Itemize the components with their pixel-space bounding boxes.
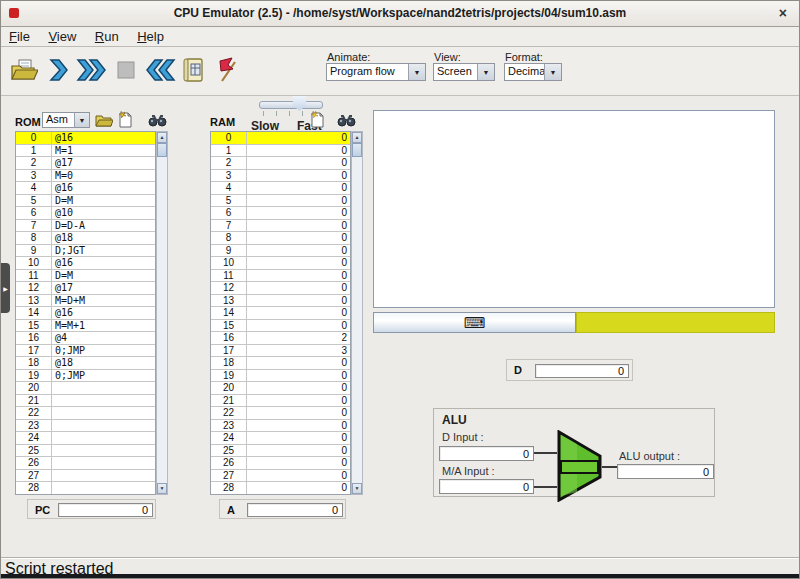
rom-address-cell[interactable]: 10 — [16, 257, 52, 269]
rom-address-cell[interactable]: 28 — [16, 482, 52, 494]
rom-address-cell[interactable]: 16 — [16, 332, 52, 344]
single-step-button[interactable] — [41, 51, 75, 89]
ram-row[interactable]: 260 — [211, 457, 350, 470]
rom-address-cell[interactable]: 13 — [16, 295, 52, 307]
rom-value-cell[interactable]: M=0 — [52, 170, 155, 182]
rom-address-cell[interactable]: 9 — [16, 245, 52, 257]
reset-button[interactable] — [143, 51, 177, 89]
rom-value-cell[interactable]: D=D-A — [52, 220, 155, 232]
animate-dropdown-arrow-icon[interactable]: ▼ — [408, 64, 425, 80]
ram-address-cell[interactable]: 10 — [211, 257, 247, 269]
run-button[interactable] — [75, 51, 109, 89]
rom-address-cell[interactable]: 19 — [16, 370, 52, 382]
ram-row[interactable]: 80 — [211, 232, 350, 245]
ram-value-cell[interactable]: 2 — [247, 332, 350, 344]
ram-value-cell[interactable]: 0 — [247, 182, 350, 194]
rom-address-cell[interactable]: 2 — [16, 157, 52, 169]
rom-row[interactable]: 7D=D-A — [16, 220, 155, 233]
d-register-value-field[interactable]: 0 — [535, 364, 629, 378]
menu-help[interactable]: Help — [137, 29, 164, 44]
rom-row[interactable]: 3M=0 — [16, 170, 155, 183]
rom-address-cell[interactable]: 15 — [16, 320, 52, 332]
ram-address-cell[interactable]: 15 — [211, 320, 247, 332]
ram-value-cell[interactable]: 0 — [247, 195, 350, 207]
rom-row[interactable]: 9D;JGT — [16, 245, 155, 258]
keyboard-button[interactable]: ⌨ — [373, 312, 576, 333]
ram-row[interactable]: 120 — [211, 282, 350, 295]
side-panel-expand-handle[interactable]: ▶ — [1, 263, 10, 313]
ram-address-cell[interactable]: 16 — [211, 332, 247, 344]
rom-value-cell[interactable]: M=D+M — [52, 295, 155, 307]
ram-address-cell[interactable]: 18 — [211, 357, 247, 369]
rom-address-cell[interactable]: 18 — [16, 357, 52, 369]
rom-address-cell[interactable]: 5 — [16, 195, 52, 207]
ram-value-cell[interactable]: 0 — [247, 445, 350, 457]
rom-address-cell[interactable]: 20 — [16, 382, 52, 394]
rom-value-cell[interactable]: @10 — [52, 207, 155, 219]
ram-row[interactable]: 30 — [211, 170, 350, 183]
rom-row[interactable]: 12@17 — [16, 282, 155, 295]
rom-row[interactable]: 190;JMP — [16, 370, 155, 383]
ram-value-cell[interactable]: 0 — [247, 207, 350, 219]
rom-row[interactable]: 0@16 — [16, 132, 155, 145]
ram-row[interactable]: 210 — [211, 395, 350, 408]
ram-row[interactable]: 110 — [211, 270, 350, 283]
rom-value-cell[interactable]: @17 — [52, 157, 155, 169]
ram-value-cell[interactable]: 0 — [247, 232, 350, 244]
ram-value-cell[interactable]: 0 — [247, 457, 350, 469]
format-select[interactable]: Decimal ▼ — [504, 63, 562, 81]
ram-address-cell[interactable]: 19 — [211, 370, 247, 382]
pc-value-field[interactable]: 0 — [58, 503, 153, 517]
ram-value-cell[interactable]: 0 — [247, 257, 350, 269]
rom-row[interactable]: 4@16 — [16, 182, 155, 195]
rom-value-cell[interactable]: @18 — [52, 357, 155, 369]
ram-value-cell[interactable]: 0 — [247, 432, 350, 444]
rom-value-cell[interactable]: M=M+1 — [52, 320, 155, 332]
rom-value-cell[interactable] — [52, 432, 155, 444]
rom-address-cell[interactable]: 27 — [16, 470, 52, 482]
rom-scrollbar[interactable]: ▲ ▼ — [156, 131, 168, 495]
ram-address-cell[interactable]: 2 — [211, 157, 247, 169]
rom-row[interactable]: 27 — [16, 470, 155, 483]
rom-value-cell[interactable]: D=M — [52, 270, 155, 282]
ram-find-button[interactable] — [337, 113, 356, 127]
rom-row[interactable]: 21 — [16, 395, 155, 408]
rom-row[interactable]: 13M=D+M — [16, 295, 155, 308]
ram-value-cell[interactable]: 0 — [247, 282, 350, 294]
ram-value-cell[interactable]: 0 — [247, 482, 350, 494]
rom-row[interactable]: 6@10 — [16, 207, 155, 220]
ram-address-cell[interactable]: 13 — [211, 295, 247, 307]
ram-address-cell[interactable]: 25 — [211, 445, 247, 457]
ram-address-cell[interactable]: 22 — [211, 407, 247, 419]
ram-value-cell[interactable]: 0 — [247, 382, 350, 394]
rom-value-cell[interactable]: @16 — [52, 182, 155, 194]
ram-value-cell[interactable]: 0 — [247, 157, 350, 169]
rom-value-cell[interactable] — [52, 407, 155, 419]
stop-button[interactable] — [109, 51, 143, 89]
ram-address-cell[interactable]: 7 — [211, 220, 247, 232]
rom-row[interactable]: 5D=M — [16, 195, 155, 208]
rom-value-cell[interactable]: @4 — [52, 332, 155, 344]
ram-address-cell[interactable]: 28 — [211, 482, 247, 494]
rom-address-cell[interactable]: 11 — [16, 270, 52, 282]
rom-address-cell[interactable]: 22 — [16, 407, 52, 419]
view-select[interactable]: Screen ▼ — [433, 63, 495, 81]
a-register-value-field[interactable]: 0 — [247, 503, 343, 517]
ram-clear-button[interactable] — [310, 111, 325, 128]
rom-address-cell[interactable]: 3 — [16, 170, 52, 182]
menu-file[interactable]: File — [9, 29, 30, 44]
rom-address-cell[interactable]: 12 — [16, 282, 52, 294]
rom-value-cell[interactable]: @18 — [52, 232, 155, 244]
rom-value-cell[interactable]: @16 — [52, 132, 155, 144]
rom-address-cell[interactable]: 24 — [16, 432, 52, 444]
rom-value-cell[interactable]: M=1 — [52, 145, 155, 157]
rom-address-cell[interactable]: 1 — [16, 145, 52, 157]
ram-address-cell[interactable]: 20 — [211, 382, 247, 394]
ram-row[interactable]: 60 — [211, 207, 350, 220]
rom-row[interactable]: 24 — [16, 432, 155, 445]
ram-address-cell[interactable]: 23 — [211, 420, 247, 432]
ram-value-cell[interactable]: 0 — [247, 170, 350, 182]
ram-row[interactable]: 220 — [211, 407, 350, 420]
ram-row[interactable]: 180 — [211, 357, 350, 370]
load-program-button[interactable] — [7, 51, 41, 89]
